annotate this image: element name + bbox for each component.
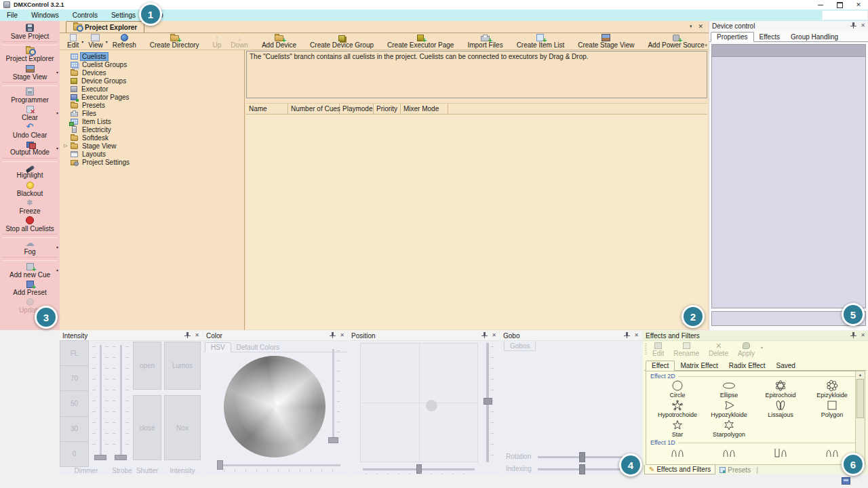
sidebar-item-output-mode[interactable]: Output Mode ▾: [0, 140, 60, 157]
menu-file[interactable]: File: [0, 9, 24, 21]
nox-button[interactable]: Nox: [164, 395, 201, 460]
tab-effect[interactable]: Effect: [646, 361, 675, 371]
tab-properties[interactable]: Properties: [711, 32, 754, 42]
sidebar-item-fog[interactable]: ☁ Fog ▾: [0, 239, 60, 256]
tree-item-item-lists[interactable]: Item Lists: [64, 117, 244, 125]
value-slider-thumb[interactable]: [328, 437, 338, 443]
hue-slider-thumb[interactable]: [217, 460, 223, 470]
close-icon[interactable]: ✕: [861, 23, 865, 28]
tree-item-cuelists[interactable]: Cuelists: [64, 52, 244, 60]
tab-radix-effect[interactable]: Radix Effect: [724, 361, 771, 370]
close-button[interactable]: ✕: [849, 0, 868, 9]
menu-settings[interactable]: Settings: [104, 9, 142, 21]
close-icon[interactable]: ✕: [340, 333, 344, 338]
toolbar-grip[interactable]: [645, 344, 647, 356]
effect-starpolygon[interactable]: Starpolygon: [703, 419, 755, 438]
tree-item-softdesk[interactable]: Softdesk: [64, 134, 244, 142]
strobe-slider-thumb[interactable]: [115, 455, 127, 460]
scrollbar-thumb[interactable]: [856, 379, 864, 418]
view-button[interactable]: View ▾: [83, 33, 108, 49]
pan-slider-thumb[interactable]: [416, 464, 422, 474]
minimize-button[interactable]: [811, 0, 830, 9]
scroll-up-icon[interactable]: ▲: [856, 371, 865, 379]
tab-matrix-effect[interactable]: Matrix Effect: [675, 361, 723, 370]
column-header-mixer-mode[interactable]: Mixer Mode: [401, 104, 448, 114]
tilt-slider-thumb[interactable]: [484, 398, 492, 405]
tree-item-devices[interactable]: Devices: [64, 68, 244, 77]
preset-30-button[interactable]: 30: [60, 416, 89, 442]
pin-icon[interactable]: [624, 332, 630, 339]
create-device-group-button[interactable]: Create Device Group: [305, 33, 378, 49]
tree-item-stage-view[interactable]: ▷ Stage View: [64, 142, 244, 150]
effect-star[interactable]: Star: [652, 419, 703, 438]
chevron-down-icon[interactable]: ▾: [56, 70, 58, 75]
effect-1d-waveform[interactable]: [755, 446, 806, 458]
position-handle[interactable]: [426, 400, 437, 411]
sidebar-item-clear[interactable]: Clear ▾: [0, 104, 60, 122]
tree-item-device-groups[interactable]: Device Groups: [64, 77, 244, 85]
sidebar-item-stop-all-cuelists[interactable]: Stop all Cuelists: [0, 216, 60, 233]
create-directory-button[interactable]: Create Directory: [145, 33, 204, 49]
pan-tilt-pad[interactable]: [360, 343, 478, 462]
close-icon[interactable]: ✕: [861, 333, 865, 338]
tree-item-electricity[interactable]: Electricity: [64, 125, 244, 134]
scrollbar[interactable]: ▲ ▼: [855, 371, 865, 464]
sidebar-item-project-explorer[interactable]: Project Explorer: [0, 46, 60, 64]
pin-icon[interactable]: [330, 332, 336, 339]
shutter-close-button[interactable]: close: [133, 395, 161, 460]
create-stage-view-button[interactable]: Create Stage View: [573, 33, 639, 49]
chevron-down-icon[interactable]: ▾: [56, 110, 58, 115]
tree-item-cuelist-groups[interactable]: Cuelist Groups: [64, 60, 244, 68]
toolbar-overflow-icon[interactable]: ▾: [705, 43, 707, 48]
sidebar-item-stage-view[interactable]: Stage View ▾: [0, 64, 60, 81]
tree-item-executor-pages[interactable]: Executor Pages: [64, 93, 244, 101]
effect-circle[interactable]: Circle: [652, 380, 703, 399]
maximize-button[interactable]: [830, 0, 849, 9]
indexing-slider-thumb[interactable]: [579, 464, 585, 474]
shutter-open-button[interactable]: open: [133, 342, 161, 390]
sidebar-item-freeze[interactable]: ❄ Freeze: [0, 198, 60, 216]
create-item-list-button[interactable]: Create Item List: [512, 33, 570, 49]
dimmer-slider[interactable]: [92, 345, 108, 462]
chevron-down-icon[interactable]: ▾: [56, 245, 58, 249]
tab-gobos[interactable]: Gobos: [504, 341, 536, 351]
sidebar-item-programmer[interactable]: Programmer: [0, 87, 60, 104]
pin-icon[interactable]: [850, 332, 856, 339]
preset-0-button[interactable]: 0: [60, 441, 89, 467]
effect-epizykloide[interactable]: Epizykloide: [806, 380, 858, 399]
pin-icon[interactable]: [184, 332, 191, 339]
add-power-source-button[interactable]: Add Power Source: [643, 33, 709, 49]
sidebar-item-undo-clear[interactable]: ↶ Undo Clear: [0, 122, 60, 140]
dimmer-slider-thumb[interactable]: [94, 455, 106, 460]
tree-item-executor[interactable]: Executor: [64, 85, 244, 93]
sidebar-item-highlight[interactable]: Highlight: [0, 163, 60, 180]
refresh-button[interactable]: Refresh: [108, 33, 141, 49]
bottom-tab-effects-and-filters[interactable]: ✎ Effects and Filters: [644, 465, 715, 474]
strobe-slider[interactable]: [113, 345, 129, 462]
color-wheel[interactable]: [224, 356, 326, 458]
effect-polygon[interactable]: Polygon: [806, 399, 858, 418]
menu-windows[interactable]: Windows: [24, 9, 66, 21]
import-files-button[interactable]: Import Files: [462, 33, 507, 49]
effect-hypozykloide[interactable]: Hypozykloide: [703, 399, 755, 418]
sidebar-item-add-preset[interactable]: Add Preset: [0, 279, 60, 297]
tab-group-handling[interactable]: Group Handling: [785, 33, 844, 41]
effect-epitrochoid[interactable]: Epitrochoid: [755, 380, 806, 399]
close-icon[interactable]: ✕: [195, 333, 199, 338]
tree-item-project-settings[interactable]: Project Settings: [64, 158, 244, 166]
effect-ellipse[interactable]: Ellipse: [703, 380, 755, 399]
bottom-tab-presets[interactable]: Presets: [715, 466, 755, 474]
effect-1d-waveform[interactable]: [652, 446, 703, 458]
effect-hypotrochoide[interactable]: Hypotrochoide: [652, 399, 703, 418]
panel-dropdown-icon[interactable]: ▾: [690, 24, 692, 29]
edit-button[interactable]: Edit ▾: [62, 33, 83, 49]
tab-project-explorer[interactable]: Project Explorer: [66, 21, 144, 33]
rotation-slider-thumb[interactable]: [579, 452, 585, 462]
value-slider-track[interactable]: [332, 349, 334, 441]
sidebar-item-save-project[interactable]: Save Project: [0, 23, 60, 41]
effect-1d-waveform[interactable]: [703, 446, 755, 458]
column-header-number-of-cues[interactable]: Number of Cues: [288, 104, 340, 114]
tree-item-layouts[interactable]: Layouts: [64, 150, 244, 158]
chevron-down-icon[interactable]: ▾: [56, 146, 58, 150]
chevron-down-icon[interactable]: ▾: [761, 345, 763, 350]
